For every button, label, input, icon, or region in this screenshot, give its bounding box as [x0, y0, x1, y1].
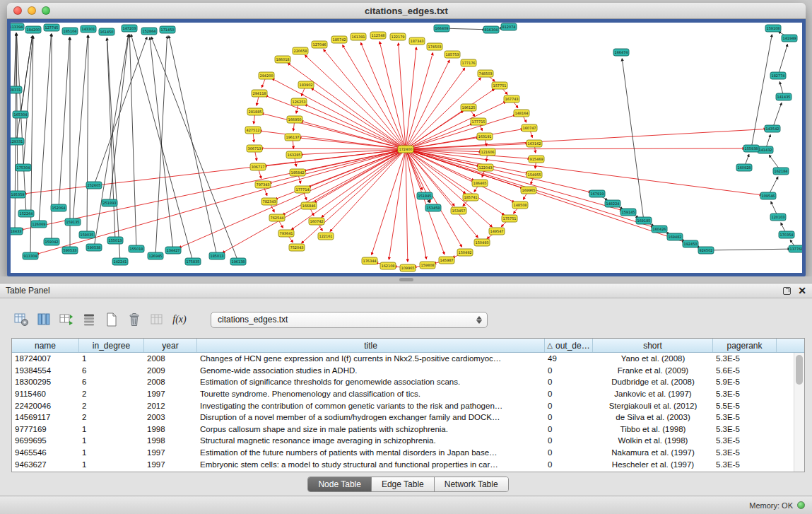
column-header-name[interactable]: name — [12, 339, 79, 352]
graph-edge[interactable] — [261, 113, 406, 149]
graph-node[interactable]: 192450 — [683, 240, 698, 247]
graph-node[interactable]: 149547 — [489, 228, 505, 235]
create-column-button[interactable] — [57, 310, 76, 329]
graph-node[interactable]: 161450 — [99, 28, 114, 35]
graph-edge[interactable] — [406, 149, 462, 247]
graph-edge[interactable] — [87, 35, 88, 235]
graph-node[interactable]: 294118 — [252, 90, 267, 97]
graph-node[interactable]: 150492 — [457, 249, 473, 256]
graph-node[interactable]: 174503 — [427, 43, 442, 50]
graph-edge[interactable] — [406, 111, 463, 149]
graph-node[interactable]: 118433 — [11, 228, 23, 235]
graph-edge[interactable] — [169, 36, 217, 256]
graph-node[interactable]: 252605 — [86, 182, 102, 189]
graph-node[interactable]: 159108 — [765, 25, 781, 32]
close-panel-icon[interactable]: ✕ — [798, 286, 806, 296]
graph-edge[interactable] — [406, 149, 426, 259]
graph-node[interactable]: 752043 — [289, 244, 305, 251]
panel-resize-handle[interactable] — [399, 278, 413, 281]
graph-edge[interactable] — [343, 45, 406, 149]
graph-node[interactable]: 169965 — [521, 187, 536, 194]
import-table-button[interactable] — [147, 310, 167, 329]
tab-node-table[interactable]: Node Table — [308, 477, 372, 491]
graph-node[interactable]: 150493 — [474, 239, 490, 246]
graph-node[interactable]: 160747 — [522, 124, 537, 132]
graph-node[interactable]: 748503 — [478, 70, 493, 77]
scrollbar-thumb[interactable] — [796, 355, 803, 385]
graph-node[interactable]: 165304 — [13, 111, 28, 118]
table-row[interactable]: 977716911998Corpus callosum shape and si… — [12, 424, 804, 436]
graph-edge[interactable] — [39, 34, 51, 224]
graph-node[interactable]: 155018 — [129, 245, 144, 252]
graph-node[interactable]: 126253 — [291, 98, 307, 105]
graph-node[interactable]: 186018 — [275, 56, 290, 63]
graph-node[interactable]: 159135 — [65, 218, 81, 226]
graph-node[interactable]: 169185 — [636, 217, 652, 224]
graph-node[interactable]: 143301 — [81, 25, 96, 33]
graph-node[interactable]: 913304 — [23, 252, 38, 259]
column-header-year[interactable]: year — [144, 339, 197, 352]
graph-node[interactable]: 762544 — [269, 214, 285, 221]
graph-node[interactable]: 220658 — [293, 47, 308, 54]
column-header-title[interactable]: title — [197, 339, 545, 352]
graph-edge[interactable] — [299, 138, 406, 149]
graph-edge[interactable] — [23, 36, 33, 168]
graph-node[interactable]: 160928 — [736, 164, 752, 171]
network-canvas[interactable]: 1724001860182206581270461857421613911125… — [11, 23, 802, 273]
network-view-window[interactable]: citations_edges.txt 17240018601822065812… — [7, 3, 806, 276]
graph-node[interactable]: 153458 — [425, 204, 441, 211]
graph-node[interactable]: 306713 — [247, 145, 262, 152]
graph-node[interactable]: 816304 — [483, 26, 499, 33]
graph-node[interactable]: 147203 — [122, 25, 137, 32]
graph-node[interactable]: 167743 — [504, 95, 519, 103]
graph-node[interactable]: 127046 — [312, 41, 327, 48]
graph-node[interactable]: 126069 — [31, 221, 47, 228]
table-row[interactable]: 1456911722003Disruption of a novel membe… — [12, 411, 804, 424]
graph-edge[interactable] — [372, 149, 406, 255]
graph-node[interactable]: 126945 — [148, 252, 163, 259]
graph-node[interactable]: 122043 — [478, 164, 493, 171]
graph-node[interactable]: 306717 — [250, 163, 266, 170]
graph-edge[interactable] — [94, 35, 129, 247]
graph-edge[interactable] — [107, 38, 120, 262]
graph-node[interactable]: 159808 — [420, 262, 435, 269]
graph-edge[interactable] — [406, 60, 449, 149]
graph-node[interactable]: 160742 — [309, 218, 324, 225]
graph-node[interactable]: 172400 — [398, 146, 413, 153]
graph-edge[interactable] — [151, 37, 238, 262]
graph-edge[interactable] — [259, 131, 406, 149]
graph-node[interactable]: 170354 — [779, 231, 794, 238]
graph-node[interactable]: 163191 — [477, 133, 493, 140]
graph-node[interactable]: 152264 — [18, 210, 34, 217]
graph-edge[interactable] — [261, 148, 406, 149]
graph-edge[interactable] — [73, 35, 88, 222]
graph-node[interactable]: 812074 — [501, 23, 517, 30]
table-row[interactable]: 1872400712008Changes of HCN gene express… — [12, 353, 804, 365]
graph-node[interactable]: 185742 — [331, 36, 347, 43]
graph-edge[interactable] — [406, 149, 492, 227]
graph-node[interactable]: 148164 — [514, 110, 529, 117]
graph-node[interactable]: 152064 — [51, 204, 66, 211]
graph-edge[interactable] — [110, 35, 129, 203]
graph-node[interactable]: 797343 — [255, 181, 271, 188]
graph-node[interactable]: 169482 — [667, 233, 683, 240]
graph-node[interactable]: 195359 — [11, 191, 25, 198]
graph-node[interactable]: 155938 — [743, 145, 759, 152]
graph-node[interactable]: 148508 — [512, 201, 528, 209]
graph-node[interactable]: 185753 — [445, 51, 460, 58]
graph-node[interactable]: 195842 — [290, 169, 305, 176]
graph-node[interactable]: 185741 — [463, 194, 478, 201]
graph-node[interactable]: 175304 — [16, 164, 31, 171]
table-row[interactable]: 1830029562008Estimation of significance … — [12, 376, 804, 388]
graph-node[interactable]: 160426 — [652, 226, 667, 233]
graph-node[interactable]: 177715 — [471, 118, 486, 125]
table-row[interactable]: 946362711997Embryonic stem cells: a mode… — [12, 458, 804, 470]
graph-node[interactable]: 109965 — [400, 264, 416, 271]
graph-node[interactable]: 142241 — [112, 258, 128, 265]
graph-edge[interactable] — [107, 38, 115, 240]
table-row[interactable]: 946554611997Estimation of the future num… — [12, 447, 804, 459]
graph-node[interactable]: 157751 — [492, 82, 507, 89]
function-builder-button[interactable]: f(x) — [170, 310, 189, 329]
graph-node[interactable]: 175835 — [185, 258, 201, 265]
graph-edge[interactable] — [406, 47, 416, 149]
